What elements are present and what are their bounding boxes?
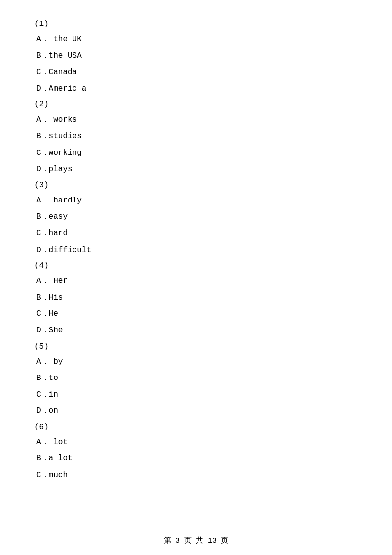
question-number-2: (2) (34, 100, 358, 109)
question-2-option-3: C．working (34, 147, 358, 160)
question-6-option-2: B．a lot (34, 453, 358, 465)
question-2-option-4: D．plays (34, 163, 358, 176)
main-content: (1)A． the UKB．the USAC．CanadaD．Americ a(… (0, 0, 392, 515)
question-1-option-1: A． the UK (34, 33, 358, 46)
question-2-option-1: A． works (34, 114, 358, 126)
question-number-4: (4) (34, 261, 358, 270)
footer-text: 第 3 页 共 13 页 (164, 537, 228, 545)
question-1-option-4: D．Americ a (34, 83, 358, 96)
question-6-option-1: A． lot (34, 436, 358, 449)
question-2-option-2: B．studies (34, 130, 358, 143)
page-footer: 第 3 页 共 13 页 (0, 536, 392, 545)
question-4-option-3: C．He (34, 308, 358, 321)
question-number-1: (1) (34, 20, 358, 28)
question-number-5: (5) (34, 342, 358, 351)
question-5-option-3: C．in (34, 389, 358, 402)
question-3-option-4: D．difficult (34, 244, 358, 257)
question-1-option-3: C．Canada (34, 66, 358, 79)
question-4-option-4: D．She (34, 325, 358, 337)
question-3-option-3: C．hard (34, 227, 358, 240)
question-5-option-4: D．on (34, 405, 358, 418)
question-3-option-1: A． hardly (34, 195, 358, 207)
question-number-6: (6) (34, 423, 358, 431)
question-5-option-1: A． by (34, 356, 358, 369)
question-1-option-2: B．the USA (34, 50, 358, 63)
question-4-option-1: A． Her (34, 275, 358, 288)
question-4-option-2: B．His (34, 292, 358, 304)
question-5-option-2: B．to (34, 372, 358, 385)
question-3-option-2: B．easy (34, 211, 358, 224)
question-6-option-3: C．much (34, 469, 358, 482)
question-number-3: (3) (34, 181, 358, 190)
